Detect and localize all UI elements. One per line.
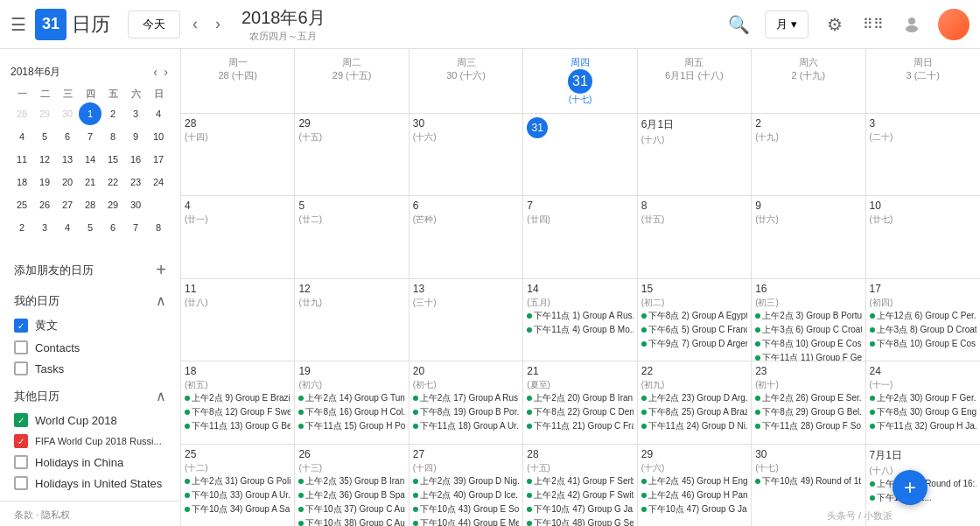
event[interactable]: 上午2点 40) Group D Ice...: [413, 488, 519, 502]
day-cell-jun25[interactable]: 25(十二) 上午2点 31) Group G Poli... 下午10点 33…: [181, 445, 295, 526]
day-cell-jun1[interactable]: 6月1日(十八): [638, 114, 752, 195]
event[interactable]: 上午2点 41) Group F Serb...: [527, 474, 633, 488]
event[interactable]: 下午11点 1) Group A Rus...: [527, 309, 633, 323]
day-cell-jun14[interactable]: 14(五月) 下午11点 1) Group A Rus... 下午11点 4) …: [523, 279, 637, 361]
mini-cal-day[interactable]: 6: [56, 125, 79, 148]
day-cell-may31[interactable]: 31: [523, 114, 637, 195]
event[interactable]: 上午2点 14) Group G Tun...: [298, 391, 404, 405]
event[interactable]: 下午10点 49) Round of 1t...: [755, 474, 861, 488]
event[interactable]: 下午8点 30) Group G Eng...: [870, 405, 976, 419]
my-calendar-toggle[interactable]: ∧: [156, 292, 166, 309]
day-cell-jun18[interactable]: 18(初五) 上午2点 9) Group E Brazi... 下午8点 12)…: [181, 361, 295, 443]
day-cell-jun15[interactable]: 15(初二) 下午8点 2) Group A Egypt... 下午6点 5) …: [638, 279, 752, 361]
event[interactable]: 下午11点 24) Group D Ni...: [641, 419, 747, 433]
mini-cal-day[interactable]: 26: [33, 193, 56, 216]
day-cell-jun9[interactable]: 9(廿六): [752, 196, 865, 277]
mini-cal-day[interactable]: 28: [10, 102, 33, 125]
contacts-checkbox[interactable]: [14, 340, 28, 354]
event[interactable]: 上午2点 30) Group F Ger...: [870, 391, 976, 405]
event[interactable]: 下午10点 43) Group E So...: [413, 502, 519, 516]
event[interactable]: 下午8点 10) Group E Cos...: [755, 337, 861, 351]
mini-cal-day[interactable]: 4: [147, 102, 170, 125]
calendar-item-contacts[interactable]: Contacts: [0, 337, 180, 358]
day-cell-jun3[interactable]: 3(二十): [866, 114, 980, 195]
mini-cal-day[interactable]: 30: [124, 193, 147, 216]
event[interactable]: 下午11点 4) Group B Mo...: [527, 323, 633, 337]
day-cell-jun26[interactable]: 26(十三) 上午2点 35) Group B Iran... 上午2点 36)…: [295, 445, 409, 526]
mini-next[interactable]: ›: [162, 63, 170, 81]
mini-cal-day[interactable]: 14: [79, 148, 102, 171]
event[interactable]: 上午12点 6) Group C Per...: [870, 309, 976, 323]
add-friend-section[interactable]: 添加朋友的日历 +: [0, 253, 180, 287]
event[interactable]: 上午2点 9) Group E Brazi...: [185, 391, 290, 405]
event[interactable]: 上午2点 35) Group B Iran...: [298, 474, 404, 488]
mini-cal-day[interactable]: 15: [102, 148, 124, 171]
day-cell-jun8[interactable]: 8(廿五): [638, 196, 752, 277]
mini-cal-day[interactable]: 9: [124, 125, 147, 148]
event[interactable]: 下午10点 37) Group C Au...: [298, 502, 404, 516]
mini-cal-day[interactable]: 11: [10, 148, 33, 171]
day-cell-jun19[interactable]: 19(初六) 上午2点 14) Group G Tun... 下午8点 16) …: [295, 361, 409, 443]
mini-cal-day[interactable]: 25: [10, 193, 33, 216]
mini-cal-day[interactable]: 24: [147, 171, 170, 193]
event[interactable]: 下午10点 48) Group G Se...: [527, 516, 633, 526]
mini-cal-day[interactable]: 27: [56, 193, 79, 216]
event[interactable]: 上午2点 46) Group H Pan...: [641, 488, 747, 502]
mini-cal-day[interactable]: 5: [79, 216, 102, 239]
mini-cal-day[interactable]: 4: [10, 125, 33, 148]
mini-cal-day[interactable]: 3: [33, 216, 56, 239]
search-icon[interactable]: 🔍: [726, 12, 751, 37]
day-cell-jun5[interactable]: 5(廿二): [295, 196, 409, 277]
event[interactable]: 上午3点 6) Group C Croat...: [755, 323, 861, 337]
add-friend-button[interactable]: +: [156, 260, 166, 280]
mini-cal-day[interactable]: 12: [33, 148, 56, 171]
other-calendar-toggle[interactable]: ∧: [156, 388, 166, 404]
mini-cal-day[interactable]: 19: [33, 171, 56, 193]
mini-cal-day[interactable]: 18: [10, 171, 33, 193]
event[interactable]: 下午8点 12) Group F Swe...: [185, 405, 290, 419]
calendar-item-huangwen[interactable]: ✓ 黄文: [0, 314, 180, 337]
event[interactable]: 下午10点 47) Group G Ja...: [641, 502, 747, 516]
mini-cal-day[interactable]: 8: [147, 216, 170, 239]
event[interactable]: 上午2点 42) Group F Swit...: [527, 488, 633, 502]
event[interactable]: 下午10点 47) Group G Ja...: [527, 502, 633, 516]
prev-button[interactable]: ‹: [187, 11, 203, 37]
event[interactable]: 下午6点 5) Group C Franc...: [641, 323, 747, 337]
day-cell-jun24[interactable]: 24(十一) 上午2点 30) Group F Ger... 下午8点 30) …: [866, 361, 980, 443]
day-cell-jun28[interactable]: 28(十五) 上午2点 41) Group F Serb... 上午2点 42)…: [523, 445, 637, 526]
event[interactable]: 下午8点 29) Group G Bel...: [755, 405, 861, 419]
day-cell-jun12[interactable]: 12(廿九): [295, 279, 409, 361]
mini-cal-day[interactable]: 20: [56, 171, 79, 193]
menu-icon[interactable]: ☰: [10, 14, 26, 35]
mini-cal-day[interactable]: 29: [33, 102, 56, 125]
my-calendar-header[interactable]: 我的日历 ∧: [0, 287, 180, 314]
day-cell-jun16[interactable]: 16(初三) 上午2点 3) Group B Portu... 上午3点 6) …: [752, 279, 865, 361]
huangwen-checkbox[interactable]: ✓: [14, 319, 28, 333]
event[interactable]: 上午2点 26) Group E Ser...: [755, 391, 861, 405]
mini-cal-day[interactable]: 5: [33, 125, 56, 148]
account-icon[interactable]: [900, 12, 924, 37]
apps-icon[interactable]: ⠿⠿: [861, 12, 886, 37]
calendar-item-tasks[interactable]: Tasks: [0, 358, 180, 379]
calendar-item-holidays-us[interactable]: Holidays in United States: [0, 473, 180, 494]
day-cell-jun17[interactable]: 17(初四) 上午12点 6) Group C Per... 上午3点 8) G…: [866, 279, 980, 361]
mini-cal-day[interactable]: 8: [102, 125, 124, 148]
event[interactable]: 下午10点 34) Group A Sa...: [185, 502, 290, 516]
mini-prev[interactable]: ‹: [151, 63, 159, 81]
day-cell-jun22[interactable]: 22(初九) 上午2点 23) Group D Arg... 下午8点 25) …: [638, 361, 752, 443]
event[interactable]: 上午2点 36) Group B Spa...: [298, 488, 404, 502]
event[interactable]: 下午8点 25) Group A Braz...: [641, 405, 747, 419]
mini-cal-day[interactable]: 30: [56, 102, 79, 125]
mini-cal-day[interactable]: 23: [124, 171, 147, 193]
event[interactable]: 上午3点 8) Group D Croat...: [870, 323, 976, 337]
event[interactable]: 上午2点 20) Group B Iran...: [527, 391, 633, 405]
day-cell-jun7[interactable]: 7(廿四): [523, 196, 637, 277]
event[interactable]: 上午2点 3) Group B Portu...: [755, 309, 861, 323]
event[interactable]: 上午2点 45) Group H Eng...: [641, 474, 747, 488]
day-cell-may29[interactable]: 29(十五): [295, 114, 409, 195]
today-button[interactable]: 今天: [128, 11, 180, 39]
event[interactable]: 下午11点 28) Group F So...: [755, 419, 861, 433]
event[interactable]: 下午8点 2) Group A Egypt...: [641, 309, 747, 323]
event[interactable]: 下午11点 13) Group G Be...: [185, 419, 290, 433]
day-cell-may28[interactable]: 28(十四): [181, 114, 295, 195]
